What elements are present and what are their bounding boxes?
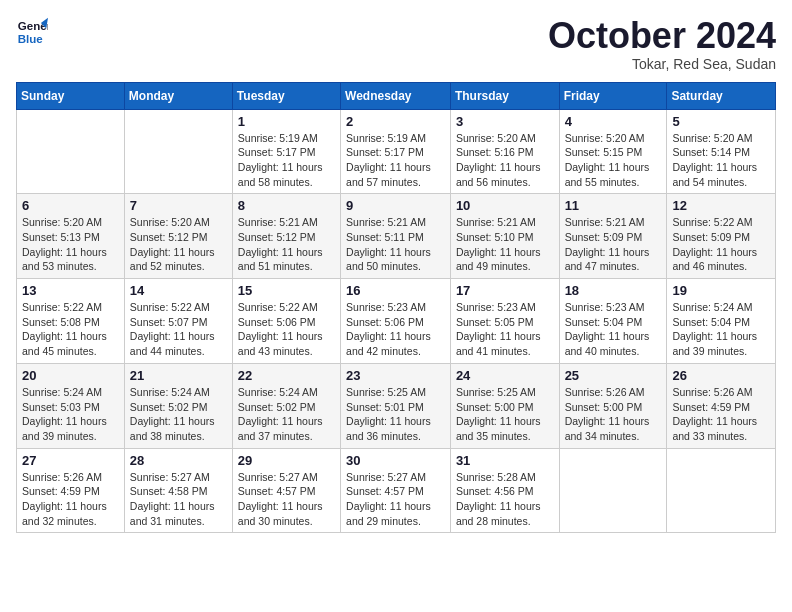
- day-info: Sunrise: 5:19 AMSunset: 5:17 PMDaylight:…: [346, 131, 445, 190]
- calendar-body: 1Sunrise: 5:19 AMSunset: 5:17 PMDaylight…: [17, 109, 776, 533]
- calendar-cell: [559, 448, 667, 533]
- day-info: Sunrise: 5:21 AMSunset: 5:12 PMDaylight:…: [238, 215, 335, 274]
- day-info: Sunrise: 5:26 AMSunset: 4:59 PMDaylight:…: [22, 470, 119, 529]
- page-header: General Blue October 2024 Tokar, Red Sea…: [16, 16, 776, 72]
- calendar-cell: 27Sunrise: 5:26 AMSunset: 4:59 PMDayligh…: [17, 448, 125, 533]
- day-info: Sunrise: 5:27 AMSunset: 4:58 PMDaylight:…: [130, 470, 227, 529]
- calendar-cell: 17Sunrise: 5:23 AMSunset: 5:05 PMDayligh…: [450, 279, 559, 364]
- day-number: 1: [238, 114, 335, 129]
- calendar-week-3: 20Sunrise: 5:24 AMSunset: 5:03 PMDayligh…: [17, 363, 776, 448]
- day-number: 9: [346, 198, 445, 213]
- calendar-cell: 9Sunrise: 5:21 AMSunset: 5:11 PMDaylight…: [341, 194, 451, 279]
- day-number: 15: [238, 283, 335, 298]
- month-title: October 2024: [548, 16, 776, 56]
- day-number: 3: [456, 114, 554, 129]
- day-number: 27: [22, 453, 119, 468]
- calendar-cell: 31Sunrise: 5:28 AMSunset: 4:56 PMDayligh…: [450, 448, 559, 533]
- title-area: October 2024 Tokar, Red Sea, Sudan: [548, 16, 776, 72]
- day-info: Sunrise: 5:20 AMSunset: 5:16 PMDaylight:…: [456, 131, 554, 190]
- day-info: Sunrise: 5:26 AMSunset: 5:00 PMDaylight:…: [565, 385, 662, 444]
- day-number: 5: [672, 114, 770, 129]
- day-number: 4: [565, 114, 662, 129]
- calendar-cell: 15Sunrise: 5:22 AMSunset: 5:06 PMDayligh…: [232, 279, 340, 364]
- calendar-cell: 16Sunrise: 5:23 AMSunset: 5:06 PMDayligh…: [341, 279, 451, 364]
- calendar-week-0: 1Sunrise: 5:19 AMSunset: 5:17 PMDaylight…: [17, 109, 776, 194]
- calendar-cell: 1Sunrise: 5:19 AMSunset: 5:17 PMDaylight…: [232, 109, 340, 194]
- calendar-cell: 25Sunrise: 5:26 AMSunset: 5:00 PMDayligh…: [559, 363, 667, 448]
- day-number: 12: [672, 198, 770, 213]
- day-info: Sunrise: 5:21 AMSunset: 5:11 PMDaylight:…: [346, 215, 445, 274]
- header-monday: Monday: [124, 82, 232, 109]
- day-info: Sunrise: 5:27 AMSunset: 4:57 PMDaylight:…: [346, 470, 445, 529]
- header-sunday: Sunday: [17, 82, 125, 109]
- day-number: 25: [565, 368, 662, 383]
- header-thursday: Thursday: [450, 82, 559, 109]
- header-tuesday: Tuesday: [232, 82, 340, 109]
- day-info: Sunrise: 5:20 AMSunset: 5:15 PMDaylight:…: [565, 131, 662, 190]
- calendar-cell: 20Sunrise: 5:24 AMSunset: 5:03 PMDayligh…: [17, 363, 125, 448]
- calendar-week-1: 6Sunrise: 5:20 AMSunset: 5:13 PMDaylight…: [17, 194, 776, 279]
- day-number: 21: [130, 368, 227, 383]
- logo: General Blue: [16, 16, 48, 48]
- day-number: 20: [22, 368, 119, 383]
- calendar-cell: 21Sunrise: 5:24 AMSunset: 5:02 PMDayligh…: [124, 363, 232, 448]
- day-info: Sunrise: 5:22 AMSunset: 5:08 PMDaylight:…: [22, 300, 119, 359]
- calendar-cell: 19Sunrise: 5:24 AMSunset: 5:04 PMDayligh…: [667, 279, 776, 364]
- calendar-cell: 6Sunrise: 5:20 AMSunset: 5:13 PMDaylight…: [17, 194, 125, 279]
- calendar-cell: [124, 109, 232, 194]
- logo-icon: General Blue: [16, 16, 48, 48]
- calendar-cell: 14Sunrise: 5:22 AMSunset: 5:07 PMDayligh…: [124, 279, 232, 364]
- day-number: 14: [130, 283, 227, 298]
- day-info: Sunrise: 5:21 AMSunset: 5:10 PMDaylight:…: [456, 215, 554, 274]
- calendar-cell: 12Sunrise: 5:22 AMSunset: 5:09 PMDayligh…: [667, 194, 776, 279]
- location-subtitle: Tokar, Red Sea, Sudan: [548, 56, 776, 72]
- day-info: Sunrise: 5:23 AMSunset: 5:04 PMDaylight:…: [565, 300, 662, 359]
- day-info: Sunrise: 5:25 AMSunset: 5:00 PMDaylight:…: [456, 385, 554, 444]
- header-row: Sunday Monday Tuesday Wednesday Thursday…: [17, 82, 776, 109]
- day-number: 29: [238, 453, 335, 468]
- calendar-cell: 26Sunrise: 5:26 AMSunset: 4:59 PMDayligh…: [667, 363, 776, 448]
- day-info: Sunrise: 5:19 AMSunset: 5:17 PMDaylight:…: [238, 131, 335, 190]
- day-number: 10: [456, 198, 554, 213]
- calendar-cell: 5Sunrise: 5:20 AMSunset: 5:14 PMDaylight…: [667, 109, 776, 194]
- day-number: 22: [238, 368, 335, 383]
- calendar-cell: 7Sunrise: 5:20 AMSunset: 5:12 PMDaylight…: [124, 194, 232, 279]
- day-info: Sunrise: 5:24 AMSunset: 5:02 PMDaylight:…: [130, 385, 227, 444]
- calendar-cell: 22Sunrise: 5:24 AMSunset: 5:02 PMDayligh…: [232, 363, 340, 448]
- day-info: Sunrise: 5:20 AMSunset: 5:13 PMDaylight:…: [22, 215, 119, 274]
- header-wednesday: Wednesday: [341, 82, 451, 109]
- header-saturday: Saturday: [667, 82, 776, 109]
- day-number: 16: [346, 283, 445, 298]
- day-number: 11: [565, 198, 662, 213]
- day-info: Sunrise: 5:20 AMSunset: 5:14 PMDaylight:…: [672, 131, 770, 190]
- calendar-cell: 23Sunrise: 5:25 AMSunset: 5:01 PMDayligh…: [341, 363, 451, 448]
- calendar-cell: 11Sunrise: 5:21 AMSunset: 5:09 PMDayligh…: [559, 194, 667, 279]
- day-number: 2: [346, 114, 445, 129]
- day-info: Sunrise: 5:24 AMSunset: 5:03 PMDaylight:…: [22, 385, 119, 444]
- calendar-cell: [667, 448, 776, 533]
- calendar-week-2: 13Sunrise: 5:22 AMSunset: 5:08 PMDayligh…: [17, 279, 776, 364]
- day-number: 7: [130, 198, 227, 213]
- calendar-cell: 30Sunrise: 5:27 AMSunset: 4:57 PMDayligh…: [341, 448, 451, 533]
- calendar-cell: 28Sunrise: 5:27 AMSunset: 4:58 PMDayligh…: [124, 448, 232, 533]
- calendar-table: Sunday Monday Tuesday Wednesday Thursday…: [16, 82, 776, 534]
- day-info: Sunrise: 5:21 AMSunset: 5:09 PMDaylight:…: [565, 215, 662, 274]
- header-friday: Friday: [559, 82, 667, 109]
- day-number: 6: [22, 198, 119, 213]
- day-number: 8: [238, 198, 335, 213]
- day-number: 24: [456, 368, 554, 383]
- calendar-cell: 13Sunrise: 5:22 AMSunset: 5:08 PMDayligh…: [17, 279, 125, 364]
- day-info: Sunrise: 5:23 AMSunset: 5:06 PMDaylight:…: [346, 300, 445, 359]
- calendar-cell: 18Sunrise: 5:23 AMSunset: 5:04 PMDayligh…: [559, 279, 667, 364]
- calendar-cell: 3Sunrise: 5:20 AMSunset: 5:16 PMDaylight…: [450, 109, 559, 194]
- calendar-cell: 2Sunrise: 5:19 AMSunset: 5:17 PMDaylight…: [341, 109, 451, 194]
- day-info: Sunrise: 5:25 AMSunset: 5:01 PMDaylight:…: [346, 385, 445, 444]
- day-number: 28: [130, 453, 227, 468]
- svg-text:Blue: Blue: [18, 33, 44, 45]
- day-number: 17: [456, 283, 554, 298]
- day-number: 13: [22, 283, 119, 298]
- day-info: Sunrise: 5:23 AMSunset: 5:05 PMDaylight:…: [456, 300, 554, 359]
- day-info: Sunrise: 5:22 AMSunset: 5:09 PMDaylight:…: [672, 215, 770, 274]
- calendar-cell: 8Sunrise: 5:21 AMSunset: 5:12 PMDaylight…: [232, 194, 340, 279]
- calendar-cell: 29Sunrise: 5:27 AMSunset: 4:57 PMDayligh…: [232, 448, 340, 533]
